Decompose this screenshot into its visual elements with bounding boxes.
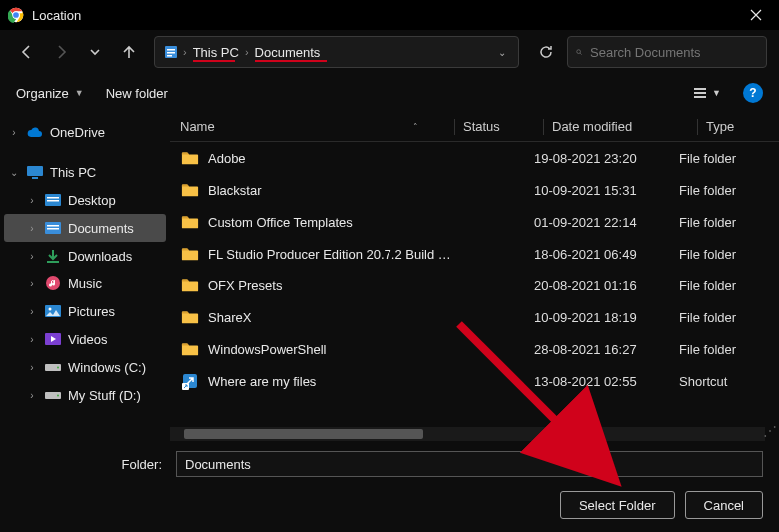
- file-name: Custom Office Templates: [208, 215, 454, 230]
- sidebar-item-pictures[interactable]: ›Pictures: [0, 297, 170, 325]
- view-button[interactable]: ▼: [692, 85, 721, 101]
- forward-button[interactable]: [46, 37, 76, 67]
- file-list: Adobe19-08-2021 23:20File folderBlacksta…: [170, 142, 779, 427]
- svg-point-21: [49, 308, 52, 311]
- sidebar-item-label: Music: [68, 276, 102, 291]
- file-row[interactable]: Adobe19-08-2021 23:20File folder: [170, 142, 779, 174]
- file-type: File folder: [679, 278, 779, 293]
- col-date[interactable]: Date modified: [552, 119, 697, 134]
- file-row[interactable]: FL Studio Producer Edition 20.7.2 Build …: [170, 238, 779, 269]
- sidebar-item-documents[interactable]: ›Documents: [4, 214, 166, 242]
- sidebar-item-windows-c-[interactable]: ›Windows (C:): [0, 353, 170, 381]
- file-type: File folder: [679, 247, 779, 262]
- chevron-down-icon[interactable]: ⌄: [492, 47, 512, 58]
- svg-point-7: [577, 50, 581, 54]
- music-icon: [44, 275, 62, 291]
- chevron-right-icon: ›: [181, 46, 189, 58]
- sidebar-item-label: Windows (C:): [68, 360, 146, 375]
- file-row[interactable]: ShareX10-09-2021 18:19File folder: [170, 301, 779, 333]
- file-row[interactable]: OFX Presets20-08-2021 01:16File folder: [170, 269, 779, 301]
- sort-arrow-icon: ˄: [413, 122, 418, 132]
- toolbar: Organize ▼ New folder ▼ ?: [0, 74, 779, 112]
- resize-grip[interactable]: ⋰: [763, 423, 777, 439]
- svg-rect-9: [694, 92, 706, 94]
- footer: Folder: Select Folder Cancel: [0, 441, 779, 531]
- file-name: ShareX: [208, 310, 454, 325]
- close-button[interactable]: [733, 0, 779, 30]
- file-name: Adobe: [208, 151, 454, 166]
- file-date: 18-06-2021 06:49: [534, 247, 679, 262]
- refresh-button[interactable]: [529, 36, 563, 68]
- back-button[interactable]: [12, 37, 42, 67]
- address-bar[interactable]: › This PC › Documents ⌄: [154, 36, 519, 68]
- file-date: 10-09-2021 18:19: [534, 310, 679, 325]
- sidebar-item-music[interactable]: ›Music: [0, 269, 170, 297]
- search-box[interactable]: [567, 36, 767, 68]
- cancel-button[interactable]: Cancel: [685, 491, 763, 519]
- organize-button[interactable]: Organize ▼: [16, 86, 84, 101]
- folder-icon: [180, 307, 200, 327]
- file-name: Blackstar: [208, 183, 454, 198]
- sidebar-item-label: My Stuff (D:): [68, 388, 141, 403]
- videos-icon: [44, 332, 62, 346]
- folder-icon: [180, 339, 200, 359]
- svg-rect-4: [167, 49, 175, 51]
- chevron-down-icon: ⌄: [8, 167, 20, 178]
- file-date: 19-08-2021 23:20: [534, 151, 679, 166]
- search-input[interactable]: [590, 45, 758, 60]
- up-button[interactable]: [114, 37, 144, 67]
- file-row[interactable]: Where are my files13-08-2021 02:55Shortc…: [170, 365, 779, 397]
- sidebar-item-label: Documents: [68, 221, 134, 236]
- scrollbar-thumb[interactable]: [184, 429, 423, 439]
- drive-icon: [44, 360, 62, 374]
- sidebar-item-downloads[interactable]: ›Downloads: [0, 242, 170, 269]
- col-status[interactable]: Status: [463, 119, 543, 134]
- file-row[interactable]: Blackstar10-09-2021 15:31File folder: [170, 174, 779, 206]
- sidebar-item-my-stuff-d-[interactable]: ›My Stuff (D:): [0, 381, 170, 409]
- annotation-underline: [193, 60, 235, 62]
- titlebar: Location: [0, 0, 779, 30]
- svg-rect-10: [694, 96, 706, 98]
- help-button[interactable]: ?: [743, 83, 763, 103]
- annotation-underline: [255, 60, 327, 62]
- folder-icon: [180, 244, 200, 264]
- chevron-right-icon: ›: [26, 390, 38, 401]
- folder-icon: [180, 148, 200, 168]
- folder-input[interactable]: [176, 451, 763, 477]
- file-name: WindowsPowerShell: [208, 342, 454, 357]
- documents-icon: [161, 44, 181, 60]
- sidebar-item-thispc[interactable]: ⌄ This PC: [0, 158, 170, 186]
- sidebar: › OneDrive ⌄ This PC ›Desktop›Documents›…: [0, 112, 170, 441]
- sidebar-item-label: Videos: [68, 332, 108, 347]
- chevron-right-icon: ›: [26, 251, 38, 262]
- file-name: FL Studio Producer Edition 20.7.2 Build …: [208, 247, 454, 262]
- horizontal-scrollbar[interactable]: [170, 427, 765, 441]
- nav-row: › This PC › Documents ⌄: [0, 30, 779, 74]
- sidebar-item-onedrive[interactable]: › OneDrive: [0, 118, 170, 146]
- file-name: Where are my files: [208, 374, 454, 389]
- recent-dropdown[interactable]: [80, 37, 110, 67]
- chevron-down-icon: ▼: [75, 88, 84, 98]
- pictures-icon: [44, 304, 62, 318]
- folder-label: Folder:: [16, 457, 166, 472]
- breadcrumb-thispc[interactable]: This PC: [189, 45, 243, 60]
- svg-rect-11: [27, 166, 43, 176]
- file-type: File folder: [679, 310, 779, 325]
- file-row[interactable]: WindowsPowerShell28-08-2021 16:27File fo…: [170, 333, 779, 365]
- folder-icon: [180, 275, 200, 295]
- sidebar-item-desktop[interactable]: ›Desktop: [0, 186, 170, 214]
- new-folder-button[interactable]: New folder: [106, 86, 168, 101]
- col-type[interactable]: Type: [706, 119, 779, 134]
- col-name[interactable]: Name ˄: [180, 119, 454, 134]
- svg-rect-18: [47, 228, 59, 230]
- file-row[interactable]: Custom Office Templates01-09-2021 22:14F…: [170, 206, 779, 238]
- chevron-right-icon: ›: [8, 127, 20, 138]
- chevron-right-icon: ›: [26, 362, 38, 373]
- chrome-icon: [8, 7, 24, 23]
- sidebar-item-videos[interactable]: ›Videos: [0, 325, 170, 353]
- select-folder-button[interactable]: Select Folder: [560, 491, 675, 519]
- svg-point-26: [57, 395, 59, 397]
- column-headers: Name ˄ Status Date modified Type: [170, 112, 779, 142]
- downloads-icon: [44, 248, 62, 264]
- breadcrumb-documents[interactable]: Documents: [251, 45, 325, 60]
